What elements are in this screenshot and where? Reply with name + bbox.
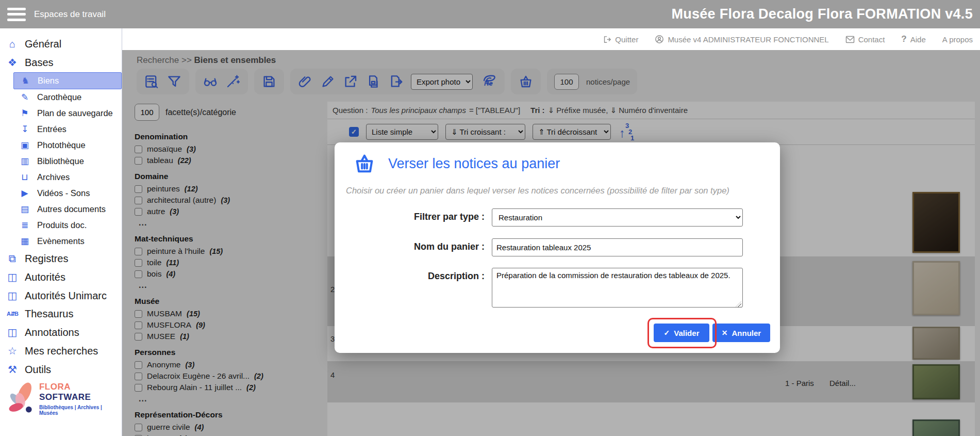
help-icon: ? [901, 34, 906, 44]
check-icon: ✓ [664, 329, 670, 337]
open-book-icon: ◫ [5, 271, 20, 283]
sidebar-item-entrees[interactable]: ↧Entrées [0, 121, 122, 137]
workspace-label[interactable]: Espaces de travail [34, 9, 106, 20]
sidebar-item-label: Photothèque [37, 140, 86, 150]
sidebar-item-label: Biens [38, 76, 59, 86]
help-label: Aide [910, 35, 926, 44]
user-icon [655, 35, 664, 44]
cancel-label: Annuler [732, 329, 761, 337]
flora-flower-icon [4, 380, 38, 417]
sidebar-item-mes-recherches[interactable]: ☆Mes recherches [0, 342, 122, 360]
fire-extinguisher-icon: ⚑ [18, 108, 32, 119]
sidebar-nav: ⌂Général❖Bases♞Biens✎Carothèque⚑Plan de … [0, 36, 122, 378]
filter-type-select[interactable]: Restauration [492, 208, 743, 227]
wrench-icon: ⚒ [5, 363, 20, 376]
sidebar-item-autres-documents[interactable]: ▤Autres documents [0, 201, 122, 217]
sidebar-item-bases[interactable]: ❖Bases [0, 54, 122, 71]
sidebar-item-label: Bases [25, 57, 54, 69]
sidebar-item-label: Carothèque [37, 92, 81, 102]
sidebar-item-annotations[interactable]: ◫Annotations [0, 324, 122, 341]
sidebar-item-produits-doc[interactable]: ≣Produits doc. [0, 217, 122, 233]
user-menu[interactable]: Musée v4 ADMINISTRATEUR FONCTIONNEL [655, 35, 828, 44]
books-icon: ▥ [18, 156, 32, 167]
sidebar-item-label: Mes recherches [25, 345, 98, 357]
open-book-icon: ◫ [5, 326, 20, 338]
tag-icon: ❖ [5, 56, 20, 69]
flora-software-logo: FLORA SOFTWARE Bibliothèques | Archives … [4, 380, 118, 417]
help-button[interactable]: ? Aide [901, 34, 925, 44]
sidebar-item-bibliotheque[interactable]: ▥Bibliothèque [0, 153, 122, 169]
contact-button[interactable]: Contact [845, 35, 885, 44]
basket-name-label: Nom du panier : [335, 238, 492, 252]
sidebar-item-autorites-unimarc[interactable]: ◫Autorités Unimarc [0, 287, 122, 304]
contact-label: Contact [858, 35, 885, 44]
sidebar-item-general[interactable]: ⌂Général [0, 36, 122, 53]
sidebar-item-outils[interactable]: ⚒Outils [0, 361, 122, 378]
document-icon: ▤ [18, 204, 32, 215]
pour-to-basket-modal: Verser les notices au panier Choisir ou … [335, 142, 780, 353]
archive-box-icon: ⊔ [18, 172, 32, 183]
sidebar-item-plan-de-sauvegarde[interactable]: ⚑Plan de sauvegarde [0, 105, 122, 121]
modal-subtitle: Choisir ou créer un panier dans lequel v… [346, 186, 769, 196]
bust-icon: ♞ [18, 75, 32, 86]
sidebar-item-label: Outils [25, 364, 51, 376]
sidebar-item-archives[interactable]: ⊔Archives [0, 169, 122, 185]
logo-brand: FLORA SOFTWARE [39, 382, 118, 402]
about-button[interactable]: A propos [942, 35, 973, 44]
validate-label: Valider [674, 329, 699, 337]
sidebar-item-phototheque[interactable]: ▣Photothèque [0, 137, 122, 153]
sidebar-item-videos-sons[interactable]: ▶Vidéos - Sons [0, 185, 122, 201]
quit-button[interactable]: Quitter [603, 35, 638, 44]
description-label: Description : [335, 268, 492, 282]
user-label: Musée v4 ADMINISTRATEUR FONCTIONNEL [668, 35, 828, 44]
logo-tagline: Bibliothèques | Archives | Musées [39, 405, 118, 416]
calendar-icon: ▦ [18, 236, 32, 247]
core-sample-icon: ✎ [18, 92, 32, 103]
sidebar: ⌂Général❖Bases♞Biens✎Carothèque⚑Plan de … [0, 28, 122, 436]
sidebar-item-label: Archives [37, 172, 70, 182]
thesaurus-ab-icon: A⇵B [5, 311, 20, 317]
mail-icon [845, 36, 855, 43]
description-textarea[interactable]: Préparation de la commission de restaura… [492, 268, 743, 308]
sidebar-item-label: Général [25, 38, 61, 50]
filter-type-label: Filtrer par type : [335, 208, 492, 222]
open-book-icon: ◫ [5, 289, 20, 302]
home-icon: ⌂ [5, 38, 20, 50]
registers-icon: ⧉ [5, 253, 20, 265]
basket-icon [352, 152, 377, 175]
validate-button[interactable]: ✓Valider [654, 324, 709, 342]
sidebar-item-label: Thesaurus [25, 308, 74, 320]
sidebar-item-label: Produits doc. [37, 220, 87, 230]
sidebar-item-label: Vidéos - Sons [37, 188, 90, 198]
sidebar-item-evenements[interactable]: ▦Evènements [0, 233, 122, 249]
sidebar-item-carotheque[interactable]: ✎Carothèque [0, 89, 122, 105]
inbox-arrow-icon: ↧ [18, 124, 32, 135]
logout-icon [603, 35, 611, 44]
sidebar-item-label: Autres documents [37, 204, 106, 214]
sidebar-item-label: Autorités Unimarc [25, 290, 107, 302]
sidebar-item-label: Autorités [25, 271, 65, 283]
quit-label: Quitter [615, 35, 638, 44]
app-title: Musée Flora Decalog Flora FORMATION v4.5 [671, 0, 973, 28]
sidebar-item-registres[interactable]: ⧉Registres [0, 250, 122, 267]
star-icon: ☆ [5, 345, 20, 357]
basket-name-input[interactable] [492, 238, 743, 256]
menu-hamburger-icon[interactable] [7, 8, 26, 21]
sidebar-item-label: Plan de sauvegarde [37, 108, 113, 118]
stack-icon: ≣ [18, 220, 32, 231]
sidebar-item-thesaurus[interactable]: A⇵BThesaurus [0, 305, 122, 322]
about-label: A propos [942, 35, 973, 44]
top-links-bar: Quitter Musée v4 ADMINISTRATEUR FONCTION… [122, 28, 980, 50]
sidebar-item-label: Registres [25, 253, 68, 265]
cross-icon: ✕ [722, 329, 728, 337]
sidebar-item-biens[interactable]: ♞Biens [13, 72, 122, 89]
app-header: Espaces de travail Musée Flora Decalog F… [0, 0, 980, 28]
photo-icon: ▣ [18, 140, 32, 151]
sidebar-item-label: Evènements [37, 236, 85, 246]
video-icon: ▶ [18, 188, 32, 199]
sidebar-item-autorites[interactable]: ◫Autorités [0, 268, 122, 286]
sidebar-item-label: Annotations [25, 327, 79, 338]
app-window: Espaces de travail Musée Flora Decalog F… [0, 0, 980, 436]
modal-title: Verser les notices au panier [388, 156, 560, 172]
cancel-button[interactable]: ✕Annuler [712, 324, 770, 342]
